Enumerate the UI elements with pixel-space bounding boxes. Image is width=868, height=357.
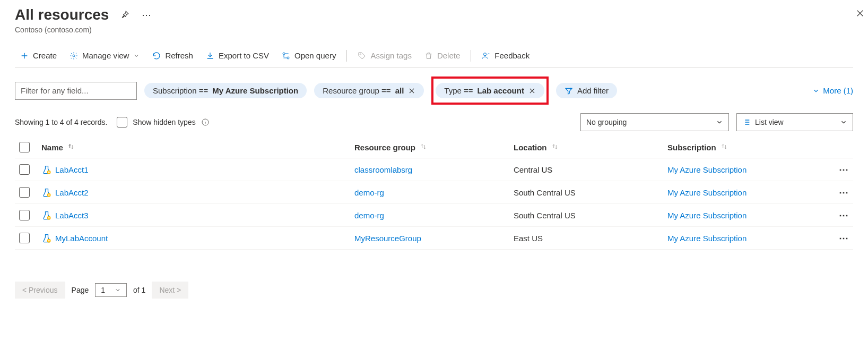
subscription-link[interactable]: My Azure Subscription <box>667 165 747 174</box>
filter-type-label: Type == <box>444 86 473 95</box>
resource-name-link[interactable]: LabAcct1 <box>55 165 89 174</box>
resource-group-link[interactable]: demo-rg <box>354 211 384 220</box>
resource-name-link[interactable]: MyLabAccount <box>55 234 108 243</box>
info-icon[interactable] <box>201 118 210 126</box>
manage-view-button[interactable]: Manage view <box>64 48 145 63</box>
grouping-dropdown[interactable]: No grouping <box>580 113 729 131</box>
more-filters-link[interactable]: More (1) <box>812 86 853 95</box>
table-row: LabAcct1 classroomlabsrg Central US My A… <box>15 158 853 181</box>
assign-tags-label: Assign tags <box>370 51 412 60</box>
page-dropdown[interactable]: 1 <box>95 283 127 297</box>
lab-account-icon <box>41 188 51 197</box>
svg-point-3 <box>360 54 361 55</box>
column-name[interactable]: Name <box>37 137 350 158</box>
resources-table: Name Resource group Location Subscriptio… <box>15 137 853 250</box>
row-checkbox[interactable] <box>19 187 30 198</box>
trash-icon <box>424 52 433 60</box>
refresh-label: Refresh <box>165 51 193 60</box>
resource-name-link[interactable]: LabAcct2 <box>55 188 89 197</box>
filter-pill-resource-group[interactable]: Resource group == all <box>314 83 424 98</box>
subscription-link[interactable]: My Azure Subscription <box>667 211 747 220</box>
assign-tags-button: Assign tags <box>352 48 417 63</box>
show-hidden-checkbox[interactable] <box>117 117 127 128</box>
svg-point-4 <box>484 53 487 55</box>
showing-records: Showing 1 to 4 of 4 records. <box>15 118 107 126</box>
page-title: All resources <box>15 6 109 23</box>
column-location[interactable]: Location <box>509 137 663 158</box>
resource-name-link[interactable]: LabAcct3 <box>55 211 89 220</box>
add-filter-button[interactable]: Add filter <box>556 83 617 98</box>
query-icon <box>282 52 290 60</box>
sort-icon <box>721 143 728 150</box>
resource-group-link[interactable]: MyResourceGroup <box>354 234 421 243</box>
filter-input[interactable] <box>15 82 137 100</box>
filter-pill-type-highlight: Type == Lab account <box>431 76 549 105</box>
add-filter-icon <box>565 87 573 95</box>
remove-filter-icon[interactable] <box>528 87 536 95</box>
page-of: of 1 <box>133 286 145 294</box>
location-value: East US <box>514 234 543 243</box>
row-checkbox[interactable] <box>19 164 30 175</box>
location-value: South Central US <box>514 211 576 220</box>
view-dropdown[interactable]: List view <box>736 113 853 131</box>
export-csv-button[interactable]: Export to CSV <box>201 48 274 63</box>
svg-point-2 <box>287 57 289 59</box>
status-row: Showing 1 to 4 of 4 records. Show hidden… <box>15 113 853 131</box>
row-more-icon[interactable]: ⋯ <box>839 187 849 198</box>
prev-page-button: < Previous <box>15 282 65 299</box>
feedback-button[interactable]: Feedback <box>476 48 535 63</box>
resource-group-link[interactable]: demo-rg <box>354 188 384 197</box>
filter-subscription-label: Subscription == <box>153 86 208 95</box>
row-checkbox[interactable] <box>19 210 30 220</box>
column-subscription[interactable]: Subscription <box>663 137 821 158</box>
svg-point-0 <box>73 55 75 57</box>
pin-icon[interactable] <box>118 8 131 21</box>
page-label: Page <box>72 286 89 294</box>
open-query-button[interactable]: Open query <box>276 48 341 63</box>
subscription-link[interactable]: My Azure Subscription <box>667 234 747 243</box>
remove-filter-icon[interactable] <box>408 87 415 95</box>
column-resource-group[interactable]: Resource group <box>350 137 509 158</box>
open-query-label: Open query <box>294 51 336 60</box>
filter-rg-value: all <box>395 86 404 95</box>
close-icon[interactable] <box>855 8 865 18</box>
grouping-value: No grouping <box>586 118 627 126</box>
refresh-button[interactable]: Refresh <box>147 48 198 63</box>
toolbar-separator <box>346 50 347 62</box>
column-rg-label: Resource group <box>354 143 415 152</box>
lab-account-icon <box>41 210 51 220</box>
filter-pill-subscription[interactable]: Subscription == My Azure Subscription <box>144 83 307 98</box>
pager: < Previous Page 1 of 1 Next > <box>15 282 853 299</box>
resource-group-link[interactable]: classroomlabsrg <box>354 165 412 174</box>
filter-rg-label: Resource group == <box>323 86 390 95</box>
row-more-icon[interactable]: ⋯ <box>839 210 849 220</box>
subscription-link[interactable]: My Azure Subscription <box>667 188 747 197</box>
more-filters-label: More (1) <box>823 86 853 95</box>
more-icon[interactable]: ⋯ <box>141 8 153 21</box>
location-value: Central US <box>514 165 552 174</box>
select-all-checkbox[interactable] <box>19 142 30 152</box>
column-loc-label: Location <box>514 143 547 152</box>
toolbar: Create Manage view Refresh Export to CSV… <box>15 44 853 68</box>
column-sub-label: Subscription <box>667 143 716 152</box>
export-csv-label: Export to CSV <box>219 51 269 60</box>
create-button[interactable]: Create <box>15 48 62 63</box>
table-row: MyLabAccount MyResourceGroup East US My … <box>15 227 853 250</box>
sort-icon <box>67 143 75 150</box>
plus-icon <box>20 52 29 60</box>
tag-icon <box>358 52 366 60</box>
row-more-icon[interactable]: ⋯ <box>839 164 849 175</box>
chevron-down-icon <box>133 53 140 59</box>
row-more-icon[interactable]: ⋯ <box>839 233 849 243</box>
lab-account-icon <box>41 233 51 243</box>
toolbar-separator <box>471 50 471 62</box>
filter-pill-type[interactable]: Type == Lab account <box>436 83 544 98</box>
lab-account-icon <box>41 165 51 174</box>
manage-view-label: Manage view <box>82 51 129 60</box>
download-icon <box>206 52 214 60</box>
feedback-icon <box>482 52 490 60</box>
gear-icon <box>70 52 78 60</box>
subtitle: Contoso (contoso.com) <box>15 26 853 34</box>
row-checkbox[interactable] <box>19 233 30 243</box>
create-label: Create <box>33 51 57 60</box>
